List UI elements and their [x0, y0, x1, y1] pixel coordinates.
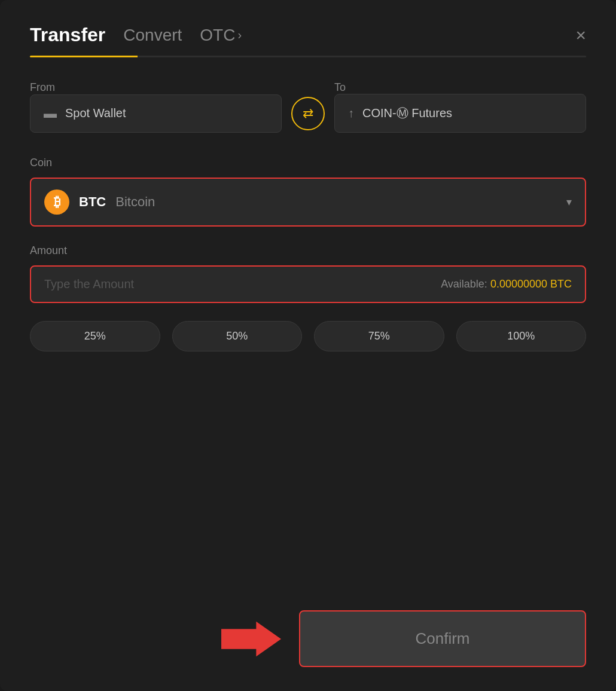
modal-header: Transfer Convert OTC › ×	[30, 24, 586, 46]
from-label: From	[30, 81, 282, 94]
swap-icon: ⇄	[303, 106, 313, 121]
otc-chevron-icon: ›	[237, 28, 242, 42]
percent-row: 25% 50% 75% 100%	[30, 321, 586, 351]
percent-25-button[interactable]: 25%	[30, 321, 160, 351]
coin-label: Coin	[30, 157, 586, 169]
swap-button[interactable]: ⇄	[291, 97, 325, 130]
amount-box: Available: 0.00000000 BTC	[30, 265, 586, 303]
available-text: Available: 0.00000000 BTC	[441, 278, 572, 291]
amount-section: Amount Available: 0.00000000 BTC	[30, 244, 586, 303]
close-button[interactable]: ×	[575, 26, 586, 44]
coin-dropdown[interactable]: ₿ BTC Bitcoin ▾	[30, 178, 586, 227]
coin-symbol: BTC	[79, 194, 106, 210]
coin-full-name: Bitcoin	[115, 194, 155, 210]
to-wallet-label: COIN-Ⓜ Futures	[362, 105, 452, 121]
amount-input[interactable]	[44, 277, 441, 291]
to-section-label: To	[334, 81, 346, 93]
futures-icon: ↑	[348, 106, 354, 120]
to-label: To	[334, 81, 586, 94]
from-wallet-box[interactable]: ▬ Spot Wallet	[30, 94, 282, 133]
from-to-labels: From To	[30, 81, 586, 94]
arrow-icon	[221, 615, 281, 663]
amount-label: Amount	[30, 244, 586, 257]
tab-convert[interactable]: Convert	[123, 26, 182, 45]
tab-underline	[30, 56, 586, 57]
svg-marker-0	[221, 621, 281, 656]
tab-otc[interactable]: OTC ›	[200, 26, 242, 45]
tab-transfer[interactable]: Transfer	[30, 24, 105, 46]
to-wallet-box[interactable]: ↑ COIN-Ⓜ Futures	[334, 94, 586, 133]
percent-50-button[interactable]: 50%	[172, 321, 303, 351]
from-section-label: From	[30, 81, 55, 93]
transfer-modal: Transfer Convert OTC › × From To ▬ Spot …	[0, 0, 616, 691]
coin-dropdown-chevron-icon: ▾	[566, 195, 572, 209]
percent-100-button[interactable]: 100%	[456, 321, 587, 351]
confirm-area: Confirm	[30, 610, 586, 667]
from-wallet-label: Spot Wallet	[65, 106, 126, 120]
wallet-card-icon: ▬	[44, 106, 57, 121]
wallet-row: ▬ Spot Wallet ⇄ ↑ COIN-Ⓜ Futures	[30, 94, 586, 133]
btc-icon: ₿	[44, 189, 69, 215]
confirm-button[interactable]: Confirm	[299, 610, 586, 667]
coin-section: Coin ₿ BTC Bitcoin ▾	[30, 157, 586, 227]
percent-75-button[interactable]: 75%	[314, 321, 444, 351]
available-value: 0.00000000 BTC	[490, 278, 572, 290]
